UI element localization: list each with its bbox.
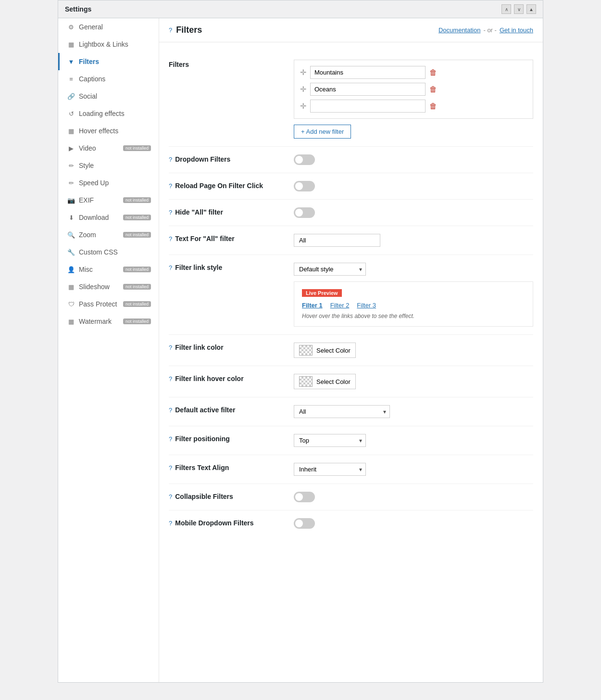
gear-icon: ⚙ [67, 23, 75, 31]
sidebar-item-filters[interactable]: ▼ Filters [58, 53, 159, 70]
delete-filter-1[interactable]: 🗑 [429, 68, 437, 77]
sidebar-item-social[interactable]: 🔗 Social [58, 88, 159, 105]
delete-filter-2[interactable]: 🗑 [429, 85, 437, 94]
mobile-dropdown-filters-label-col: ? Mobile Dropdown Filters [169, 518, 294, 527]
sidebar-item-label: Download [79, 214, 109, 221]
filter-link-hover-color-button[interactable]: Select Color [294, 374, 356, 389]
title-bar-down-btn[interactable]: ∨ [514, 4, 524, 14]
dropdown-filters-control [294, 154, 533, 165]
live-preview-area: Live Preview Filter 1 Filter 2 Filter 3 … [294, 281, 533, 327]
filter-link-hover-color-control: Select Color [294, 374, 533, 389]
sidebar-item-customcss[interactable]: 🔧 Custom CSS [58, 243, 159, 261]
mobile-dropdown-filters-help[interactable]: ? [169, 520, 172, 527]
dropdown-filters-slider [294, 154, 315, 165]
reload-page-slider [294, 181, 315, 191]
delete-filter-3[interactable]: 🗑 [429, 102, 437, 111]
filters-text-align-row: ? Filters Text Align Inherit Left Center… [169, 455, 533, 484]
filter-link-color-label: Filter link color [175, 344, 223, 351]
hide-all-toggle[interactable] [294, 207, 315, 218]
download-icon: ⬇ [67, 214, 75, 221]
default-active-filter-help[interactable]: ? [169, 407, 172, 414]
add-filter-button[interactable]: + Add new filter [294, 125, 351, 139]
sidebar-item-passprotect[interactable]: 🛡 Pass Protect not installed [58, 295, 159, 313]
filter-input-3[interactable] [310, 100, 426, 113]
sidebar-item-hover[interactable]: ▦ Hover effects [58, 122, 159, 140]
filters-section-label: Filters [169, 61, 189, 68]
sidebar-item-download[interactable]: ⬇ Download not installed [58, 209, 159, 226]
sidebar-item-captions[interactable]: ≡ Captions [58, 70, 159, 88]
hide-all-help[interactable]: ? [169, 209, 172, 216]
hide-all-slider [294, 207, 315, 218]
content-header-right: Documentation - or - Get in touch [438, 26, 533, 34]
sidebar-item-video[interactable]: ▶ Video not installed [58, 140, 159, 157]
reload-page-help[interactable]: ? [169, 182, 172, 190]
mobile-dropdown-filters-toggle[interactable] [294, 518, 315, 529]
sidebar-item-speedup[interactable]: ✏ Speed Up [58, 174, 159, 191]
sidebar-item-label: Custom CSS [79, 248, 118, 256]
filter-input-2[interactable] [310, 83, 426, 96]
sidebar-item-misc[interactable]: 👤 Misc not installed [58, 261, 159, 278]
filter-link-style-select[interactable]: Default style Style 2 Style 3 [294, 263, 366, 276]
sidebar-item-exif[interactable]: 📷 EXIF not installed [58, 191, 159, 209]
passprotect-badge: not installed [123, 301, 151, 307]
sidebar-item-loading[interactable]: ↺ Loading effects [58, 105, 159, 122]
drag-handle-3[interactable]: ✛ [300, 102, 306, 111]
filter-link-color-help[interactable]: ? [169, 344, 172, 351]
filters-label-col: Filters [169, 60, 294, 74]
content-header-left: ? Filters [169, 25, 202, 35]
text-for-all-input[interactable] [294, 234, 380, 247]
default-active-filter-label-col: ? Default active filter [169, 405, 294, 414]
title-bar-close-btn[interactable]: ▲ [526, 4, 536, 14]
default-active-filter-select[interactable]: All [294, 405, 390, 418]
title-bar-controls: ∧ ∨ ▲ [501, 4, 536, 14]
filter-link-color-button[interactable]: Select Color [294, 343, 356, 358]
filter-link-hover-color-help[interactable]: ? [169, 375, 172, 382]
filter-link-1[interactable]: Filter 1 [302, 302, 323, 309]
filter-link-style-control: Default style Style 2 Style 3 Live Previ… [294, 263, 533, 327]
slideshow-icon: ▦ [67, 283, 75, 291]
reload-page-row: ? Reload Page On Filter Click [169, 173, 533, 200]
text-for-all-help[interactable]: ? [169, 235, 172, 242]
filter-positioning-help[interactable]: ? [169, 435, 172, 443]
sidebar-item-lightbox[interactable]: ▦ Lightbox & Links [58, 36, 159, 53]
get-in-touch-link[interactable]: Get in touch [500, 26, 533, 34]
mobile-dropdown-filters-row: ? Mobile Dropdown Filters [169, 510, 533, 536]
title-bar-up-btn[interactable]: ∧ [501, 4, 511, 14]
filter-positioning-select[interactable]: Top Bottom Left Right [294, 434, 366, 447]
sidebar-item-general[interactable]: ⚙ General [58, 18, 159, 36]
sidebar-item-slideshow[interactable]: ▦ Slideshow not installed [58, 278, 159, 295]
collapsible-filters-toggle[interactable] [294, 492, 315, 502]
watermark-badge: not installed [123, 318, 151, 324]
collapsible-filters-help[interactable]: ? [169, 493, 172, 500]
content-area: ? Filters Documentation - or - Get in to… [159, 18, 543, 682]
dropdown-filters-help[interactable]: ? [169, 156, 172, 163]
sidebar-item-zoom[interactable]: 🔍 Zoom not installed [58, 226, 159, 243]
filters-text-align-select[interactable]: Inherit Left Center Right [294, 463, 366, 476]
filter-link-style-label: Filter link style [175, 264, 222, 271]
exif-badge: not installed [123, 197, 151, 203]
dropdown-filters-label: Dropdown Filters [175, 155, 230, 163]
filter-link-style-help[interactable]: ? [169, 264, 172, 271]
dropdown-filters-toggle[interactable] [294, 154, 315, 165]
header-help-icon[interactable]: ? [169, 26, 172, 34]
filter-link-2[interactable]: Filter 2 [330, 302, 350, 309]
reload-page-toggle[interactable] [294, 181, 315, 191]
filters-text-align-help[interactable]: ? [169, 464, 172, 471]
sidebar-item-style[interactable]: ✏ Style [58, 157, 159, 174]
color-checker-2 [299, 376, 313, 387]
zoom-icon: 🔍 [67, 231, 75, 239]
filter-input-1[interactable] [310, 66, 426, 79]
filter-link-3[interactable]: Filter 3 [357, 302, 376, 309]
slideshow-badge: not installed [123, 284, 151, 290]
loading-icon: ↺ [67, 110, 75, 117]
sidebar: ⚙ General ▦ Lightbox & Links ▼ Filters ≡… [58, 18, 159, 682]
drag-handle-2[interactable]: ✛ [300, 85, 306, 94]
sidebar-item-label: Zoom [79, 231, 96, 239]
sidebar-item-watermark[interactable]: ▦ Watermark not installed [58, 313, 159, 330]
drag-handle-1[interactable]: ✛ [300, 68, 306, 77]
lightbox-icon: ▦ [67, 40, 75, 48]
sidebar-item-label: Style [79, 162, 94, 169]
mobile-dropdown-filters-control [294, 518, 533, 529]
documentation-link[interactable]: Documentation [438, 26, 480, 34]
misc-icon: 👤 [67, 266, 75, 273]
